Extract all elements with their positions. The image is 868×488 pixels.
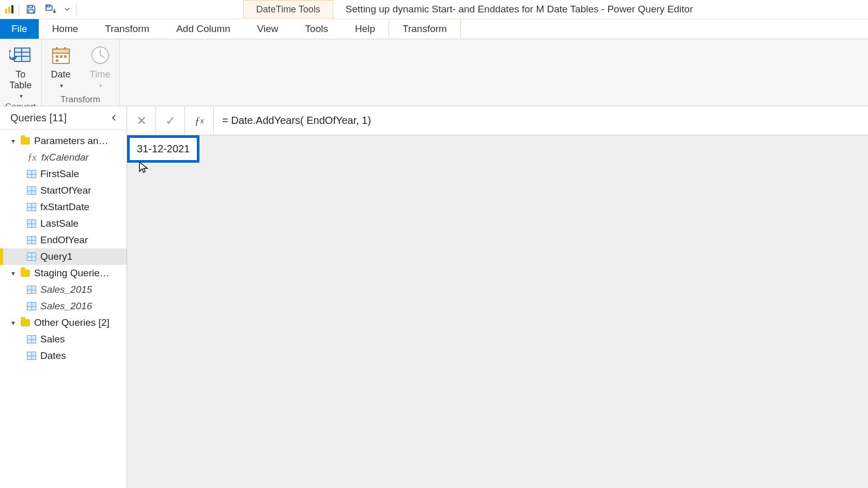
table-icon	[27, 352, 36, 360]
preview-area: 31-12-2021	[127, 135, 868, 488]
svg-rect-1	[8, 7, 10, 13]
tree-item[interactable]: Sales_2015	[0, 281, 127, 298]
calendar-icon	[49, 43, 73, 67]
tree-item[interactable]: FirstSale	[0, 166, 127, 182]
tree-item[interactable]: ƒxfxCalendar	[0, 149, 127, 166]
tree-item-label: fxStartDate	[40, 201, 89, 213]
folder-icon	[21, 270, 30, 277]
time-button[interactable]: Time ▾	[86, 42, 114, 90]
table-icon	[27, 186, 36, 195]
svg-rect-15	[60, 55, 63, 58]
date-label: Date	[51, 69, 71, 80]
tab-transform[interactable]: Transform	[91, 19, 163, 39]
caret-icon: ▾	[9, 269, 17, 277]
time-label: Time	[90, 69, 110, 80]
folder-icon	[21, 137, 30, 145]
to-table-icon	[9, 43, 33, 67]
queries-header: Queries [11]	[0, 106, 127, 130]
table-icon	[27, 236, 36, 244]
table-icon	[27, 286, 36, 294]
tree-group[interactable]: ▾Parameters and Fu…	[0, 133, 127, 149]
tab-contextual-transform[interactable]: Transform	[389, 19, 461, 39]
ribbon-body: To Table ▾ Convert	[0, 39, 868, 106]
cursor-icon	[138, 161, 149, 176]
svg-rect-16	[64, 55, 67, 58]
contextual-tab-group: DateTime Tools	[243, 0, 333, 19]
tree-item[interactable]: Sales	[0, 331, 127, 348]
main-area: Queries [11] ▾Parameters and Fu…ƒxfxCale…	[0, 106, 868, 488]
caret-icon: ▾	[9, 319, 17, 327]
tree-item-label: Dates	[40, 350, 66, 361]
title-center: DateTime Tools Setting up dynamic Start-…	[81, 0, 868, 19]
tree-item[interactable]: Dates	[0, 348, 127, 364]
date-button[interactable]: Date ▾	[47, 42, 75, 90]
fx-icon[interactable]: ƒx	[185, 106, 214, 135]
tree-item[interactable]: Query1	[0, 248, 127, 265]
tab-view[interactable]: View	[244, 19, 292, 39]
caret-icon: ▾	[9, 137, 17, 145]
tree-group[interactable]: ▾Other Queries [2]	[0, 314, 127, 331]
quick-access-toolbar	[0, 0, 81, 19]
svg-rect-3	[28, 6, 32, 8]
result-value[interactable]: 31-12-2021	[127, 135, 199, 163]
save-button[interactable]	[23, 2, 39, 17]
tree-item-label: Query1	[40, 251, 72, 262]
collapse-pane-button[interactable]	[108, 112, 120, 124]
table-icon	[27, 302, 36, 310]
svg-rect-0	[5, 9, 7, 13]
formula-cancel-button[interactable]: ✕	[127, 106, 156, 135]
queries-header-label: Queries [11]	[10, 112, 67, 124]
tree-item-label: Sales_2016	[40, 301, 92, 312]
queries-pane: Queries [11] ▾Parameters and Fu…ƒxfxCale…	[0, 106, 127, 488]
svg-rect-4	[28, 10, 33, 13]
queries-tree[interactable]: ▾Parameters and Fu…ƒxfxCalendarFirstSale…	[0, 130, 127, 488]
fx-icon: ƒx	[27, 152, 37, 163]
svg-rect-14	[56, 55, 58, 58]
titlebar: DateTime Tools Setting up dynamic Start-…	[0, 0, 868, 19]
tab-home[interactable]: Home	[39, 19, 92, 39]
tree-item[interactable]: LastSale	[0, 215, 127, 232]
apply-button[interactable]	[43, 2, 58, 17]
chevron-down-icon: ▾	[20, 92, 23, 100]
to-table-label: To Table	[9, 69, 32, 90]
tree-group-label: Staging Queries [2]	[34, 267, 112, 279]
tree-item-label: EndOfYear	[40, 234, 88, 246]
table-icon	[27, 335, 36, 343]
formula-bar: ✕ ✓ ƒx	[127, 106, 868, 135]
tree-group-label: Parameters and Fu…	[34, 135, 112, 147]
table-icon	[27, 219, 36, 228]
tab-file[interactable]: File	[0, 19, 39, 39]
svg-rect-11	[53, 49, 69, 53]
tree-item[interactable]: fxStartDate	[0, 199, 127, 215]
svg-rect-2	[11, 5, 13, 13]
tab-tools[interactable]: Tools	[292, 19, 342, 39]
svg-rect-17	[56, 59, 58, 62]
formula-commit-button[interactable]: ✓	[156, 106, 185, 135]
tree-item-label: fxCalendar	[41, 152, 89, 163]
folder-icon	[21, 319, 30, 326]
tab-add-column[interactable]: Add Column	[163, 19, 244, 39]
tree-item-label: FirstSale	[40, 168, 79, 180]
tree-item-label: StartOfYear	[40, 185, 91, 196]
svg-point-13	[64, 47, 66, 49]
svg-point-12	[56, 47, 58, 49]
to-table-button[interactable]: To Table ▾	[7, 42, 35, 101]
separator	[76, 3, 76, 15]
ribbon-group-convert: To Table ▾ Convert	[0, 39, 42, 106]
formula-input[interactable]	[214, 106, 868, 135]
tree-item[interactable]: Sales_2016	[0, 298, 127, 314]
tree-item[interactable]: EndOfYear	[0, 232, 127, 248]
tree-group[interactable]: ▾Staging Queries [2]	[0, 265, 127, 281]
tree-item-label: Sales_2015	[40, 284, 92, 295]
qat-dropdown[interactable]	[63, 2, 72, 17]
separator	[19, 3, 19, 15]
tree-item[interactable]: StartOfYear	[0, 182, 127, 199]
content-area: ✕ ✓ ƒx 31-12-2021	[127, 106, 868, 488]
tree-group-label: Other Queries [2]	[34, 317, 110, 328]
svg-rect-5	[47, 5, 50, 7]
table-icon	[27, 203, 36, 211]
tab-help[interactable]: Help	[342, 19, 389, 39]
window-title: Setting up dynamic Start- and Enddates f…	[333, 0, 705, 19]
ribbon-group-transform: Date ▾ Time ▾ Transform	[42, 39, 120, 106]
tree-item-label: LastSale	[40, 218, 79, 229]
